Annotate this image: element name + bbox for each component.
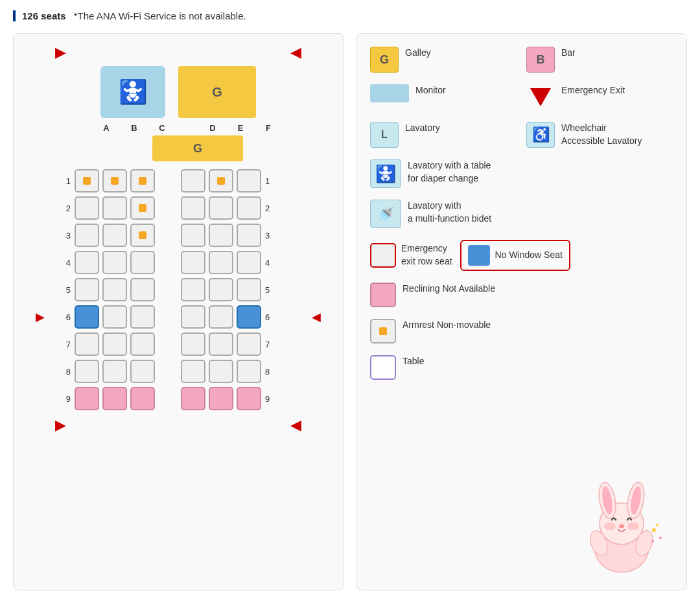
row-7-num-right: 7	[265, 340, 281, 349]
seat-6E[interactable]	[209, 305, 233, 329]
galley-top-label: G	[212, 85, 222, 100]
row-9-right	[181, 387, 261, 410]
wheelchair-label: WheelchairAccessible Lavatory	[561, 122, 642, 147]
seat-2E[interactable]	[209, 196, 233, 220]
seat-8E[interactable]	[209, 360, 233, 383]
row-4-right	[181, 251, 261, 274]
seat-8A[interactable]	[75, 360, 99, 383]
row-5-left	[75, 278, 155, 301]
col-d: D	[200, 123, 225, 133]
seat-7C[interactable]	[130, 332, 155, 356]
seat-2C[interactable]	[130, 196, 155, 220]
seat-5F[interactable]	[237, 278, 261, 301]
seat-4D[interactable]	[181, 251, 205, 274]
seat-9E[interactable]	[209, 387, 233, 410]
seat-9F[interactable]	[237, 387, 261, 410]
seat-4F[interactable]	[237, 251, 261, 274]
legend-panel: G Galley B Bar Monitor	[356, 33, 687, 590]
seat-7B[interactable]	[102, 332, 127, 356]
seat-5C[interactable]	[130, 278, 155, 301]
seat-7D[interactable]	[181, 332, 205, 356]
seat-7F[interactable]	[237, 332, 261, 356]
row-8-num-right: 8	[265, 367, 281, 377]
row-3-num: 3	[55, 231, 71, 240]
row-5-num: 5	[55, 285, 71, 295]
seat-1F[interactable]	[237, 169, 261, 192]
col-headers-row: A B C D E F	[55, 123, 301, 133]
no-window-label: No Window Seat	[495, 249, 563, 262]
galley-middle-box: G	[152, 135, 243, 161]
seat-3C[interactable]	[130, 224, 155, 247]
seat-6F[interactable]	[237, 305, 261, 329]
seat-3D[interactable]	[181, 224, 205, 247]
emergency-nowindow-row: Emergencyexit row seat No Window Seat	[370, 240, 673, 271]
seat-3E[interactable]	[209, 224, 233, 247]
seat-2A[interactable]	[75, 196, 99, 220]
seat-2F[interactable]	[237, 196, 261, 220]
row-1-left	[75, 169, 155, 192]
exit-arrow-left-bottom: ▶	[55, 417, 66, 434]
legend-grid: G Galley B Bar Monitor	[370, 47, 673, 380]
seat-6A[interactable]	[75, 305, 99, 329]
seat-8C[interactable]	[130, 360, 155, 383]
legend-armrest: Armrest Non-movable	[370, 319, 673, 344]
seat-2B[interactable]	[102, 196, 127, 220]
monitor-box: 🚼	[100, 66, 165, 118]
galley-middle-section: G	[55, 135, 301, 165]
seat-7E[interactable]	[209, 332, 233, 356]
seat-3A[interactable]	[75, 224, 99, 247]
seat-3B[interactable]	[102, 224, 127, 247]
exit-arrow-left-top: ▶	[55, 44, 66, 61]
bottom-exit-arrows: ▶ ◀	[55, 417, 301, 434]
row-6-right	[181, 305, 261, 329]
seat-1A[interactable]	[75, 169, 99, 192]
legend-diaper: 🚼 Lavatory with a tablefor diaper change	[370, 159, 673, 188]
row-9-num: 9	[55, 394, 71, 404]
seat-6D[interactable]	[181, 305, 205, 329]
seat-4E[interactable]	[209, 251, 233, 274]
exit-arrow-right-top: ◀	[290, 44, 301, 61]
legend-bidet: 🚿 Lavatory witha multi-function bidet	[370, 200, 673, 228]
row-7-left	[75, 332, 155, 356]
seat-1D[interactable]	[181, 169, 205, 192]
seat-3F[interactable]	[237, 224, 261, 247]
seat-1E[interactable]	[209, 169, 233, 192]
row-3-num-right: 3	[265, 231, 281, 240]
svg-point-8	[619, 524, 624, 528]
seat-6C[interactable]	[130, 305, 155, 329]
bidet-icon: 🚿	[370, 200, 401, 228]
row-8-left	[75, 360, 155, 383]
seat-9D[interactable]	[181, 387, 205, 410]
seat-7A[interactable]	[75, 332, 99, 356]
seat-4C[interactable]	[130, 251, 155, 274]
seat-map-panel: ▶ ◀ 🚼 G A B	[13, 33, 344, 590]
seat-4B[interactable]	[102, 251, 127, 274]
seat-5B[interactable]	[102, 278, 127, 301]
legend-wheelchair: ♿ WheelchairAccessible Lavatory	[526, 122, 673, 148]
row-5-right	[181, 278, 261, 301]
seat-9B[interactable]	[102, 387, 127, 410]
seat-1B[interactable]	[102, 169, 127, 192]
seat-6B[interactable]	[102, 305, 127, 329]
seat-9A[interactable]	[75, 387, 99, 410]
seat-8F[interactable]	[237, 360, 261, 383]
row-7-num: 7	[55, 340, 71, 349]
seat-2D[interactable]	[181, 196, 205, 220]
svg-point-12	[659, 537, 662, 539]
legend-reclining: Reclining Not Available	[370, 283, 673, 307]
seat-9C[interactable]	[130, 387, 155, 410]
emergency-exit-label: Emergency Exit	[561, 84, 625, 97]
seat-5A[interactable]	[75, 278, 99, 301]
seat-4A[interactable]	[75, 251, 99, 274]
table-icon	[370, 355, 396, 380]
row-6-num-right: 6	[265, 312, 281, 322]
seat-5D[interactable]	[181, 278, 205, 301]
bidet-label: Lavatory witha multi-function bidet	[408, 200, 491, 225]
seat-1C[interactable]	[130, 169, 155, 192]
seat-8D[interactable]	[181, 360, 205, 383]
seat-5E[interactable]	[209, 278, 233, 301]
row-6-exit-right: ◀	[312, 310, 321, 324]
seat-8B[interactable]	[102, 360, 127, 383]
bunny-mascot	[570, 473, 673, 577]
no-window-seat-icon	[468, 245, 490, 266]
